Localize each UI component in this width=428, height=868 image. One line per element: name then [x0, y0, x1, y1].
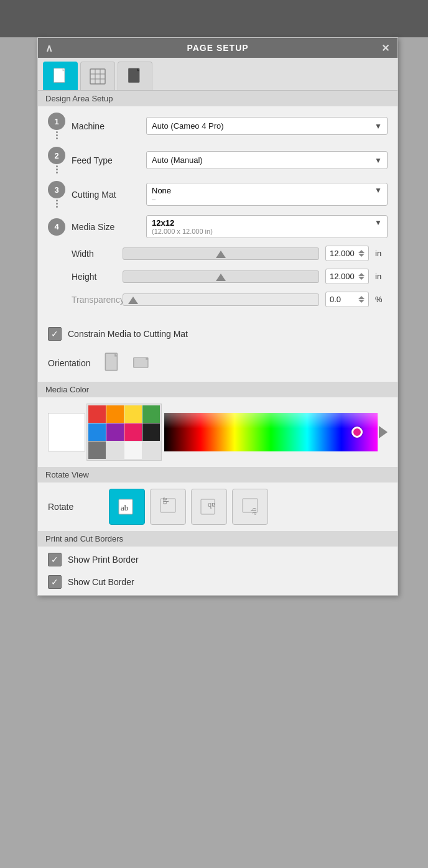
- tab-preview[interactable]: [118, 62, 152, 90]
- width-label: Width: [48, 249, 116, 259]
- feedtype-arrow-icon: ▼: [374, 156, 382, 165]
- collapse-button[interactable]: ∧: [45, 42, 54, 54]
- swatch-orange[interactable]: [106, 405, 124, 423]
- height-label: Height: [48, 272, 116, 282]
- width-row: Width 12.000 in: [48, 246, 388, 261]
- cuttingmat-line1: None: [152, 186, 171, 195]
- swatch-lightgray[interactable]: [106, 441, 124, 459]
- swatch-green[interactable]: [142, 405, 160, 423]
- step-3-circle: 3: [48, 181, 65, 198]
- rotate-buttons-row: Rotate ab ab: [48, 489, 388, 525]
- width-slider[interactable]: [123, 247, 319, 260]
- mediasize-line1: 12x12: [152, 218, 213, 228]
- print-cut-section: ✓ Show Print Border ✓ Show Cut Border: [38, 547, 398, 595]
- panel-titlebar: ∧ PAGE SETUP ✕: [38, 38, 398, 58]
- rotate-label: Rotate: [48, 502, 104, 512]
- feedtype-value: Auto (Manual): [152, 155, 203, 165]
- orientation-section: Orientation: [38, 347, 398, 382]
- mediasize-dropdown[interactable]: 12x12 (12.000 x 12.000 in) ▼: [146, 215, 388, 238]
- show-print-border-checkbox[interactable]: ✓: [48, 553, 62, 566]
- width-down-button[interactable]: [358, 254, 365, 257]
- color-picker-cursor[interactable]: [351, 427, 363, 438]
- height-input[interactable]: 12.000: [325, 269, 369, 284]
- height-slider[interactable]: [123, 270, 319, 283]
- color-picker-arrow-icon: [379, 426, 388, 438]
- svg-marker-12: [146, 358, 149, 360]
- machine-value: Auto (Cameo 4 Pro): [152, 121, 224, 131]
- machine-dropdown[interactable]: Auto (Cameo 4 Pro) ▼: [146, 117, 388, 135]
- media-color-header: Media Color: [38, 382, 398, 397]
- rotate-view-header: Rotate View: [38, 467, 398, 482]
- cuttingmat-label: Cutting Mat: [72, 190, 140, 200]
- svg-text:ab: ab: [161, 497, 170, 504]
- tab-design[interactable]: [43, 62, 78, 90]
- mediasize-row: 4 Media Size 12x12 (12.000 x 12.000 in) …: [48, 215, 388, 238]
- svg-text:ab: ab: [208, 501, 215, 510]
- color-swatches: [48, 404, 388, 461]
- feedtype-row: 2 Feed Type Auto (Manual) ▼: [48, 147, 388, 173]
- rotate-0-button[interactable]: ab: [109, 489, 145, 525]
- svg-text:ab: ab: [121, 503, 128, 512]
- height-down-button[interactable]: [358, 277, 365, 280]
- constrain-row: ✓ Constrain Media to Cutting Mat: [48, 327, 388, 341]
- cuttingmat-dropdown[interactable]: None – ▼: [146, 183, 388, 206]
- cuttingmat-line2: –: [152, 195, 171, 203]
- cuttingmat-row: 3 Cutting Mat None – ▼: [48, 181, 388, 208]
- swatch-gray[interactable]: [88, 441, 106, 459]
- transparency-input[interactable]: 0.0: [325, 292, 369, 307]
- feedtype-label: Feed Type: [72, 155, 140, 165]
- swatch-black[interactable]: [142, 423, 160, 441]
- width-up-button[interactable]: [358, 250, 365, 253]
- step-4-circle: 4: [48, 218, 65, 236]
- orientation-label: Orientation: [48, 358, 90, 368]
- print-cut-header: Print and Cut Borders: [38, 531, 398, 547]
- landscape-button[interactable]: [133, 352, 152, 374]
- show-cut-border-row: ✓ Show Cut Border: [48, 575, 388, 589]
- swatch-red[interactable]: [88, 405, 106, 423]
- portrait-button[interactable]: [103, 352, 123, 374]
- panel-title: PAGE SETUP: [187, 43, 248, 53]
- design-area-setup-header: Design Area Setup: [38, 91, 398, 106]
- width-input[interactable]: 12.000: [325, 246, 369, 261]
- rotate-section: Rotate ab ab: [38, 482, 398, 531]
- feedtype-dropdown[interactable]: Auto (Manual) ▼: [146, 151, 388, 169]
- transparency-up-button[interactable]: [358, 296, 365, 299]
- transparency-slider[interactable]: [123, 293, 319, 306]
- swatch-blue[interactable]: [88, 423, 106, 441]
- swatch-yellow[interactable]: [124, 405, 142, 423]
- close-button[interactable]: ✕: [381, 42, 390, 54]
- swatch-pink[interactable]: [124, 423, 142, 441]
- machine-row: 1 Machine Auto (Cameo 4 Pro) ▼: [48, 113, 388, 139]
- mediasize-label: Media Size: [72, 222, 140, 232]
- svg-rect-2: [90, 69, 105, 84]
- page-setup-panel: ∧ PAGE SETUP ✕: [37, 37, 398, 596]
- constrain-checkbox[interactable]: ✓: [48, 327, 62, 341]
- rotate-270-button[interactable]: ab: [232, 489, 268, 525]
- show-print-border-row: ✓ Show Print Border: [48, 553, 388, 566]
- height-up-button[interactable]: [358, 273, 365, 276]
- mediasize-line2: (12.000 x 12.000 in): [152, 228, 213, 235]
- swatch-purple[interactable]: [106, 423, 124, 441]
- machine-label: Machine: [72, 121, 140, 131]
- height-unit: in: [375, 272, 388, 281]
- show-cut-border-checkbox[interactable]: ✓: [48, 575, 62, 589]
- tab-bar: [38, 58, 398, 91]
- media-color-section: [38, 397, 398, 467]
- top-bar: [0, 0, 428, 37]
- tab-grid[interactable]: [80, 62, 115, 90]
- cuttingmat-arrow-icon: ▼: [374, 186, 382, 195]
- transparency-down-button[interactable]: [358, 300, 365, 303]
- transparency-unit: %: [375, 295, 388, 304]
- step-2-circle: 2: [48, 147, 65, 164]
- svg-text:ab: ab: [249, 508, 258, 515]
- width-unit: in: [375, 249, 388, 258]
- rotate-90-button[interactable]: ab: [150, 489, 186, 525]
- transparency-label: Transparency: [48, 295, 116, 305]
- show-cut-border-label: Show Cut Border: [68, 577, 134, 587]
- show-print-border-label: Show Print Border: [68, 555, 139, 565]
- mediasize-arrow-icon: ▼: [374, 218, 382, 227]
- height-value: 12.000: [330, 272, 355, 281]
- rotate-180-button[interactable]: ab: [191, 489, 227, 525]
- swatch-white2[interactable]: [124, 441, 142, 459]
- swatch-white[interactable]: [48, 413, 85, 451]
